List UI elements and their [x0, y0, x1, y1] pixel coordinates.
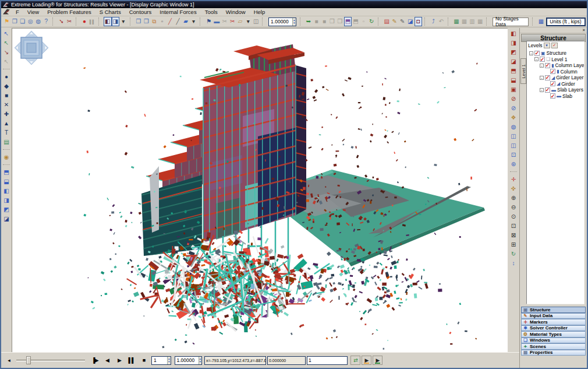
film-percent-icon[interactable]: ◫: [252, 17, 260, 26]
break-tool-icon[interactable]: ✂: [228, 17, 236, 26]
view-dropdown-icon[interactable]: ▾: [119, 17, 127, 26]
view-cube-5-icon[interactable]: ◩: [2, 205, 12, 215]
menu-contours[interactable]: Contours: [125, 8, 156, 16]
tree-node-slab[interactable]: ✓▬Slab: [527, 93, 584, 100]
zoom-window-icon[interactable]: ⊡: [509, 222, 519, 231]
grab-tool-icon[interactable]: ➘: [58, 17, 66, 26]
menu-view[interactable]: View: [23, 8, 43, 16]
projection-target-icon[interactable]: ⊡: [509, 150, 519, 160]
layer-stack-1-icon[interactable]: ❒: [134, 17, 143, 26]
time-slider-thumb[interactable]: [26, 356, 31, 364]
navigation-compass[interactable]: [15, 31, 48, 65]
spin-updown-icon[interactable]: ↕: [509, 259, 519, 268]
view-iso-1-icon[interactable]: ◧: [509, 29, 519, 38]
move-axes-icon[interactable]: ✛: [509, 175, 519, 184]
select-region-icon[interactable]: ↘: [2, 48, 12, 57]
render-globe-icon[interactable]: ◍: [509, 122, 519, 132]
view-iso-3-icon[interactable]: ◩: [509, 48, 519, 57]
group-cubes-icon[interactable]: ⧉: [150, 17, 158, 26]
menu-internal-forces[interactable]: Internal Forces: [155, 8, 200, 16]
view-cube-4-icon[interactable]: ◨: [2, 196, 12, 205]
draw-square-icon[interactable]: ■: [2, 91, 12, 100]
view-iso-7-icon[interactable]: ▣: [509, 85, 519, 94]
accordion-input-data[interactable]: ✎Input Data: [521, 313, 586, 319]
draw-diamond-icon[interactable]: ◆: [2, 82, 12, 91]
grey-cube-view-icon[interactable]: ⬒: [352, 17, 360, 26]
tree-node-column[interactable]: ✓▮Column: [527, 69, 584, 75]
zoom-object-icon[interactable]: ⊠: [509, 231, 519, 240]
select-disabled-icon[interactable]: ↖: [2, 57, 12, 66]
play-button[interactable]: ▶: [114, 356, 125, 365]
tree-checkbox[interactable]: ✓: [545, 63, 550, 68]
eraser-icon[interactable]: ▱: [236, 17, 245, 26]
tree-node-girder-layers[interactable]: -✓◢Girder Layers: [527, 75, 584, 81]
speed-spinner[interactable]: 1.00000 ▴▾: [175, 356, 203, 365]
small-region-icon[interactable]: ▫: [158, 17, 167, 26]
units-combo[interactable]: Units (ft , kips): [546, 17, 585, 26]
show-partial-icon[interactable]: ⊘: [509, 104, 519, 113]
undo-action-icon[interactable]: ↶: [437, 17, 445, 26]
accordion-properties[interactable]: ▤Properties: [521, 350, 586, 356]
draw-cross-icon[interactable]: ✕: [2, 100, 12, 110]
zoom-out-icon[interactable]: ⊖: [509, 203, 519, 212]
slider-left-button[interactable]: ◂: [3, 356, 14, 365]
tree-expand-icon[interactable]: -: [540, 64, 544, 68]
menu-window[interactable]: Window: [222, 8, 250, 16]
folder-1-icon[interactable]: ❒: [328, 17, 336, 26]
tree-node-column-layer[interactable]: -✓▮Column Layer: [527, 62, 584, 69]
tree-expand-icon[interactable]: -: [534, 57, 539, 61]
time-slider[interactable]: [16, 356, 85, 365]
projection-2-icon[interactable]: ◫: [509, 141, 519, 150]
tree-expand-icon[interactable]: -: [540, 76, 544, 80]
accordion-markers[interactable]: ✛Markers: [521, 319, 586, 325]
contour-colors-icon[interactable]: ▤: [382, 17, 391, 26]
edit-pencil-icon[interactable]: ✎: [399, 17, 407, 26]
view-cube-1-icon[interactable]: ⬒: [2, 168, 12, 177]
draw-circle-icon[interactable]: ●: [2, 72, 12, 82]
pause-button[interactable]: ▌▌: [126, 356, 137, 365]
pause-results-icon[interactable]: ■: [320, 17, 328, 26]
folder-2-icon[interactable]: ❒: [336, 17, 344, 26]
table-colored-icon[interactable]: ▦: [452, 17, 461, 26]
wire-view-icon[interactable]: ◨: [112, 17, 120, 26]
title-bar[interactable]: Extreme Loading® for Structures: Results…: [1, 1, 587, 8]
tree-checkbox[interactable]: ✓: [550, 69, 555, 74]
coordinates-field[interactable]: x=-793.105,y=1012.473,z=-887.66: [204, 356, 266, 365]
fill-style-icon[interactable]: ▰: [182, 17, 190, 26]
display-window-icon[interactable]: ❏: [19, 17, 27, 26]
projection-globe-icon[interactable]: ⊛: [509, 160, 519, 169]
zoom-in-icon[interactable]: ⊕: [509, 194, 519, 203]
view-iso-2-icon[interactable]: ◨: [509, 38, 519, 48]
snapshot-icon[interactable]: ◉: [2, 153, 12, 162]
menu-problem-features[interactable]: Problem Features: [43, 8, 95, 16]
frame-value[interactable]: 1: [152, 357, 167, 364]
select-arrow-icon[interactable]: ↖: [2, 29, 12, 38]
levels-check-icon[interactable]: ✓: [551, 43, 558, 48]
clip-tool-icon[interactable]: ✂: [221, 17, 229, 26]
chart-trend-icon[interactable]: ⤴: [430, 17, 438, 26]
view-iso-6-icon[interactable]: ⬓: [509, 76, 519, 85]
view-iso-4-icon[interactable]: ◪: [509, 57, 519, 66]
play-reverse-button[interactable]: ◀: [102, 356, 112, 365]
accordion-scenes[interactable]: ✦Scenes: [521, 343, 586, 350]
globe-pair-icon[interactable]: ◎: [27, 17, 35, 26]
menu-s-charts[interactable]: S Charts: [95, 8, 125, 16]
measure-line-icon[interactable]: ╱: [174, 17, 182, 26]
fill-dropdown-icon[interactable]: ▾: [190, 17, 198, 26]
refresh-globe-icon[interactable]: ↻: [367, 17, 376, 26]
tree-node-slab-layers[interactable]: -✓▬Slab Layers: [527, 87, 584, 93]
panel-close-icon[interactable]: ✕: [581, 28, 587, 33]
accordion-material-types[interactable]: ❂Material Types: [521, 331, 586, 338]
edit-wand-icon[interactable]: ✎: [391, 17, 399, 26]
tree-checkbox[interactable]: ✓: [545, 87, 550, 93]
layer-stack-2-icon[interactable]: ❒: [143, 17, 151, 26]
dash-tool-icon[interactable]: ▬: [212, 17, 221, 26]
cut-tool-icon[interactable]: ✂: [65, 17, 73, 26]
tree-expand-icon[interactable]: -: [540, 88, 544, 92]
view-cube-6-icon[interactable]: ◪: [2, 215, 12, 224]
draw-plus-icon[interactable]: ✚: [2, 110, 12, 119]
time-field[interactable]: 0.000000: [267, 356, 306, 365]
stages-combo[interactable]: No Stages Data: [493, 17, 529, 26]
zoom-dynamic-icon[interactable]: ⊞: [509, 240, 519, 249]
hide-elements-icon[interactable]: ⊘: [509, 94, 519, 104]
